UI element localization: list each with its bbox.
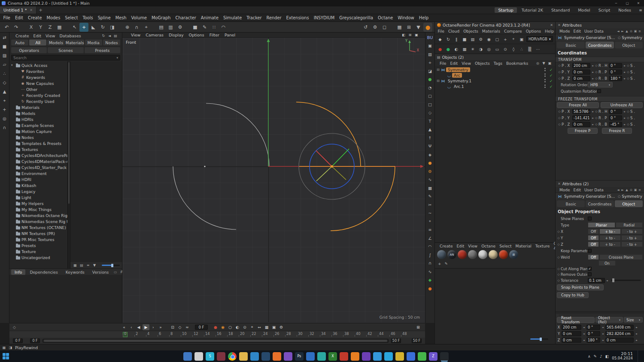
stop-render-icon[interactable]: ■ bbox=[461, 35, 468, 43]
magnet-icon[interactable]: ∩ bbox=[426, 259, 434, 268]
taskbar-app-icon[interactable] bbox=[317, 352, 326, 361]
viewport-canvas[interactable]: Front Grid Spacing : 50 cm Y X bbox=[122, 38, 425, 323]
list-view-icon[interactable]: ▤ bbox=[79, 263, 84, 267]
z-minus-to-plus-button[interactable]: - to + bbox=[621, 241, 643, 247]
attribute-menu-item[interactable]: Mode bbox=[558, 188, 572, 192]
unfreeze-all-button[interactable]: Unfreeze All bbox=[601, 102, 643, 108]
sort-icon[interactable]: ▼ bbox=[92, 263, 97, 267]
toolbar-icon[interactable] bbox=[389, 23, 395, 32]
tree-item[interactable]: Nikomedias Octane Rig Pro bbox=[9, 212, 67, 218]
keyframe-dot[interactable] bbox=[558, 64, 561, 67]
snap-points-button[interactable]: Snap Points to Plane bbox=[557, 284, 604, 290]
keyframe-dot[interactable] bbox=[595, 77, 598, 80]
taskbar-app-icon[interactable]: S bbox=[206, 352, 214, 361]
tree-scrollbar[interactable] bbox=[67, 61, 70, 268]
value-field[interactable]: 0 cm bbox=[572, 122, 590, 127]
menu-item[interactable]: Tracker bbox=[244, 15, 264, 20]
plant-icon[interactable]: Ψ bbox=[426, 142, 434, 151]
path-icon[interactable]: ▣ bbox=[547, 61, 553, 65]
render-view-icon[interactable]: ▤ bbox=[157, 23, 166, 32]
value-spinner[interactable] bbox=[623, 123, 626, 126]
viewport-solo-icon[interactable]: ◎ bbox=[1, 115, 9, 122]
tree-item[interactable]: Textures bbox=[9, 146, 67, 152]
keyframe-presets-icon[interactable]: ▦ bbox=[263, 324, 270, 330]
lock-icon[interactable]: ▣ bbox=[633, 188, 638, 192]
record-keyframe-icon[interactable]: ⊡ bbox=[169, 324, 176, 330]
value-spinner[interactable] bbox=[591, 117, 594, 119]
octane-menu-item[interactable]: Help bbox=[543, 29, 556, 33]
keyframe-dot[interactable] bbox=[626, 70, 630, 74]
half-sphere-icon[interactable]: ◪ bbox=[426, 67, 434, 75]
visibility-dots[interactable] bbox=[544, 78, 547, 83]
network-icon[interactable]: ◧ bbox=[605, 354, 609, 359]
lock-y-axis-button[interactable]: Y bbox=[36, 23, 45, 32]
size-field[interactable]: 0 cm bbox=[605, 338, 634, 343]
lock-z-axis-button[interactable]: Z bbox=[46, 23, 55, 32]
keyframe-dot[interactable] bbox=[557, 256, 560, 259]
edit-material-icon[interactable]: ✎ bbox=[445, 262, 448, 266]
glossy-material-icon[interactable]: ● bbox=[444, 45, 452, 53]
back-icon[interactable]: ◄ bbox=[616, 188, 620, 192]
enabled-checkmark[interactable]: ✓ bbox=[549, 84, 553, 89]
remove-outside-checkbox[interactable] bbox=[588, 272, 592, 276]
object-menu-item[interactable]: Bookmarks bbox=[504, 61, 530, 66]
object-name[interactable]: Symmetry bbox=[622, 35, 642, 40]
start-button[interactable] bbox=[3, 353, 9, 360]
single-view-icon[interactable]: ◧ bbox=[401, 33, 406, 37]
angle-icon[interactable]: ∠ bbox=[426, 234, 434, 242]
value-spinner[interactable] bbox=[582, 339, 586, 341]
filter-icon[interactable]: ▼ bbox=[414, 23, 423, 32]
taskbar-app-icon[interactable] bbox=[217, 352, 225, 361]
frame-ruler[interactable]: 0246810121416182022242628303234363840424… bbox=[9, 331, 425, 338]
range-min-field[interactable]: 0 F bbox=[13, 338, 23, 343]
tree-item[interactable]: Motion Capture bbox=[9, 128, 67, 134]
value-field[interactable]: 0 ° bbox=[609, 115, 622, 121]
object-label[interactable]: Arc.1 bbox=[452, 84, 466, 89]
rotation-field[interactable]: 180 ° bbox=[586, 338, 600, 343]
material-menu-item[interactable]: View bbox=[466, 244, 480, 248]
menu-item[interactable]: Select bbox=[63, 15, 80, 20]
taskbar-app-icon[interactable] bbox=[351, 352, 359, 361]
mograph-icon[interactable]: ∷ bbox=[210, 23, 219, 32]
tree-item[interactable]: Example Scenes bbox=[9, 122, 67, 128]
object-menu-item[interactable]: Tags bbox=[492, 61, 504, 66]
panel-close-icon[interactable]: ✕ bbox=[558, 23, 561, 27]
asset-filter-tab[interactable]: Models bbox=[47, 39, 64, 45]
octane-live-viewer-icon[interactable]: ● bbox=[423, 23, 432, 32]
taskbar-app-icon[interactable] bbox=[273, 352, 281, 361]
material-menu-item[interactable]: Texture bbox=[533, 244, 552, 248]
value-field[interactable]: 58.5786 cm bbox=[572, 109, 590, 114]
attribute-tab[interactable]: Basic bbox=[557, 42, 585, 48]
size-mode-dropdown[interactable]: Size ▾ bbox=[624, 317, 643, 323]
record-scale-icon[interactable]: ◐ bbox=[234, 324, 241, 330]
asset-search-input[interactable]: Search ▾ bbox=[11, 55, 120, 60]
pen-icon[interactable]: ✎ bbox=[426, 193, 434, 201]
arc-icon[interactable]: ◠ bbox=[426, 243, 434, 251]
menu-item[interactable]: Window bbox=[395, 15, 417, 20]
keyframe-dot[interactable] bbox=[626, 116, 630, 120]
object-origin-handle[interactable] bbox=[331, 166, 333, 168]
object-row[interactable]: ⊟ ⋈ Symmetry.1 ✓ bbox=[435, 78, 555, 84]
asset-filter-tab[interactable]: Auto bbox=[11, 39, 28, 45]
target-light-icon[interactable]: ⊙ bbox=[501, 45, 509, 53]
position-field[interactable]: 0 cm bbox=[562, 338, 581, 343]
tree-item[interactable]: My Misc Things bbox=[9, 206, 67, 212]
up-icon[interactable]: ▲ bbox=[625, 188, 629, 192]
workplane-icon[interactable]: ▦ bbox=[55, 23, 64, 32]
kernel-settings-icon[interactable]: ⚙ bbox=[477, 35, 485, 43]
value-field[interactable]: 0 cm bbox=[572, 69, 590, 75]
reset-transform-button[interactable]: Reset Transform bbox=[557, 317, 595, 323]
taskbar-app-icon[interactable] bbox=[418, 352, 426, 361]
tree-item[interactable]: Materials bbox=[9, 104, 67, 110]
material-menu-item[interactable]: Material bbox=[513, 244, 533, 248]
taskbar-app-icon[interactable] bbox=[183, 352, 192, 361]
attribute-menu-item[interactable]: Edit bbox=[572, 29, 583, 33]
taskbar-app-icon[interactable] bbox=[284, 352, 292, 361]
enable-axis-icon[interactable]: + bbox=[1, 106, 9, 113]
back-icon[interactable]: ◄ bbox=[616, 30, 620, 33]
display-mode-dropdown[interactable]: HDR/sRGB ▾ bbox=[526, 36, 553, 42]
taskbar-app-icon[interactable] bbox=[407, 352, 415, 361]
value-spinner[interactable] bbox=[591, 123, 594, 126]
asset-menu-item[interactable]: Create bbox=[13, 33, 31, 38]
keyframe-dot[interactable] bbox=[557, 243, 560, 246]
